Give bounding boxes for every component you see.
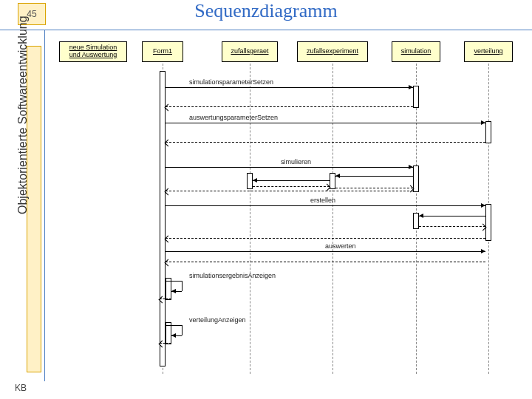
- self-call-top: [166, 325, 182, 326]
- activation-verteilung-1: [485, 121, 491, 143]
- activation-zufallsgeraet: [247, 173, 253, 189]
- msg-arrow-nested: [419, 216, 485, 216]
- self-return: [160, 299, 171, 299]
- activation-verteilung-2: [485, 204, 491, 241]
- header-underline: [0, 30, 532, 30]
- msg-label: simulationsparameterSetzen: [189, 78, 273, 86]
- lifeline-zufallsgeraet: [250, 64, 250, 374]
- slide-header: 45 Sequenzdiagramm: [0, 0, 532, 30]
- msg-label: verteilungAnzeigen: [189, 316, 246, 324]
- slide-title: Sequenzdiagramm: [0, 0, 532, 22]
- msg-arrow: [166, 87, 413, 88]
- msg-label: erstellen: [310, 197, 335, 204]
- msg-return: [166, 238, 485, 239]
- self-call-top: [166, 281, 182, 282]
- msg-label: simulieren: [281, 158, 311, 166]
- object-simulation: simulation: [392, 41, 440, 62]
- sequence-diagram: neue Simulation und Auswertung Form1 zuf…: [59, 41, 525, 377]
- self-return: [160, 343, 171, 344]
- msg-arrow: [166, 123, 485, 123]
- lifeline-zufallsexperiment: [332, 64, 333, 374]
- self-call-side: [182, 325, 183, 335]
- msg-label: simulationsergebnisAnzeigen: [189, 272, 276, 279]
- msg-return: [419, 226, 485, 227]
- object-form1: Form1: [142, 41, 183, 62]
- msg-arrow-nested: [253, 180, 330, 181]
- msg-label: auswerten: [325, 242, 356, 250]
- msg-arrow: [166, 167, 413, 168]
- msg-return: [253, 186, 330, 187]
- msg-arrow-nested: [335, 176, 413, 177]
- msg-return: [166, 142, 485, 143]
- footer-kb: KB: [15, 383, 27, 393]
- activation-simulation-1: [413, 86, 419, 108]
- object-verteilung: verteilung: [464, 41, 513, 62]
- msg-return: [335, 188, 413, 188]
- msg-return: [166, 262, 485, 262]
- self-call-bottom: [171, 291, 182, 292]
- msg-arrow: [166, 205, 485, 206]
- object-zufallsgeraet: zufallsgeraet: [222, 41, 278, 62]
- object-zufallsexperiment: zufallsexperiment: [297, 41, 368, 62]
- activation-simulation-3: [413, 213, 419, 229]
- vertical-divider: [44, 30, 45, 381]
- msg-arrow: [166, 251, 485, 252]
- msg-return: [166, 191, 413, 191]
- msg-label: auswertungsparameterSetzen: [189, 114, 278, 121]
- side-label: Objektorientierte Softwareentwicklung: [16, 16, 30, 214]
- msg-return: [166, 106, 413, 107]
- self-call-bottom: [171, 335, 182, 336]
- self-call-side: [182, 281, 183, 291]
- object-actor: neue Simulation und Auswertung: [59, 41, 127, 62]
- activation-form1: [160, 71, 166, 366]
